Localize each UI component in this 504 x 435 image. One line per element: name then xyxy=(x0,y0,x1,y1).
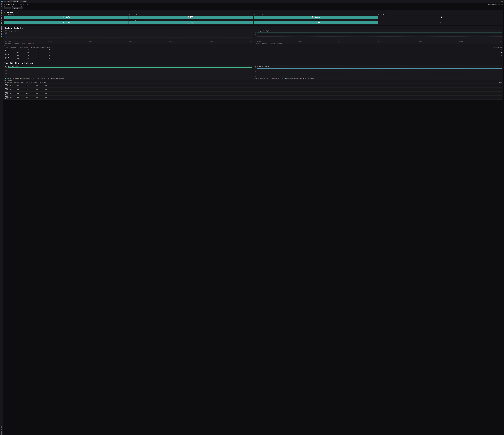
legend-item[interactable]: NTNX-14SM36130027-C-CVM xyxy=(254,78,268,79)
col-header[interactable]: Memory Usage %↕ ▾ xyxy=(28,82,39,83)
filter-cluster-select[interactable]: BizDev11 xyxy=(4,8,11,9)
cell: 23% xyxy=(19,57,29,60)
filter-cvm-label: Controller_Virtual_Machine xyxy=(12,6,23,7)
table-row[interactable]: NTNX-14SM36130027-D-CVMTrue18%60%0.000 xyxy=(4,83,502,87)
stat-value: 31.78% xyxy=(4,21,128,24)
hosts-cpu-chart[interactable]: CPU Usage by Host - (Top 10)35%30%25%20%… xyxy=(4,30,253,44)
stat-cluster-cpu-utilization[interactable]: Cluster CPU Utilization14.84% xyxy=(4,14,128,19)
col-header[interactable]: Available Storage↕ ▾ xyxy=(50,46,502,48)
chart-area[interactable]: 30%25%20%15%10%5%0% xyxy=(8,67,252,76)
table-row[interactable]: NTNX-14SM36130027-B-CVMTrue29%66%0.000 xyxy=(4,92,502,96)
stat-hosts[interactable]: Hosts4 xyxy=(378,19,503,24)
stat-cluster-iops[interactable]: Cluster IOPS230.00 xyxy=(254,19,378,24)
sidebar-item-3[interactable] xyxy=(0,15,2,16)
cell: 3 TB xyxy=(50,51,502,54)
stat-cluster-storage-free[interactable]: Cluster Storage Free4.97TB xyxy=(129,14,253,19)
chart-legend: NTNX-14SM36130027-B-CVMNTNX-14SM36130027… xyxy=(5,77,252,79)
cell: 13% xyxy=(10,54,19,57)
table-row[interactable]: BizDev11-B31%42%00 µs2 TB xyxy=(4,48,502,51)
table-title: Virtual Machines xyxy=(4,80,502,81)
sidebar-item-4[interactable] xyxy=(0,17,2,19)
table-row[interactable]: NTNX-14SM36130027-A-CVMTrue21%59%0.000 xyxy=(4,96,502,100)
col-header[interactable]: GPU Usage %↕ ▾ xyxy=(39,82,47,83)
col-header[interactable]: Hypervisor Latency↕ ▾ xyxy=(39,46,50,48)
stat-virtual-machines[interactable]: Virtual Machines43 xyxy=(378,14,503,19)
chart-area[interactable]: 40%30%20%10%0% xyxy=(257,32,502,41)
legend-item[interactable]: NTNX-14SM36130027-A-CVM xyxy=(20,78,34,79)
stat-value: 2.87s xyxy=(129,21,253,24)
upload-button[interactable]: ⭱Upload xyxy=(20,0,27,2)
cell: BizDev11-B xyxy=(4,48,10,51)
legend-item[interactable]: NTNX-14SM36130027-B-CVM xyxy=(5,78,19,79)
legend-item[interactable]: NTNX-14SM36130027-D-CVM xyxy=(285,78,298,79)
chart-area[interactable]: 35%30%25%20%15%10%5%0% xyxy=(8,32,252,41)
legend-item[interactable]: BizDev11-C xyxy=(28,43,34,44)
table-row[interactable]: BizDev11-D14%29%00 µs3 TB xyxy=(4,51,502,54)
cell: 21% xyxy=(19,96,28,100)
table-row[interactable]: BizDev11-C13%23%00 µs3 TB xyxy=(4,57,502,60)
cell: 0 µs xyxy=(39,57,50,60)
sidebar-item-9[interactable] xyxy=(0,31,2,32)
sidebar-item-6[interactable] xyxy=(0,22,2,24)
refresh-button[interactable]: ↻ xyxy=(498,4,500,5)
vms-mem-chart[interactable]: Memory Usage by VM - (Top 10)70%60%50%40… xyxy=(254,65,502,79)
hosts-title: Hosts on BizDev11 xyxy=(4,27,502,30)
add-dashboard-button[interactable]: ＋Dashboard xyxy=(10,0,19,2)
legend-item[interactable]: NTNX-14SM36130027-D-CVM xyxy=(51,78,64,79)
legend-item[interactable]: NTNX-14SM36130027-C-CVM xyxy=(36,78,49,79)
apps-icon[interactable] xyxy=(0,6,2,8)
cell: 0 xyxy=(29,51,39,54)
sidebar-item-2[interactable] xyxy=(0,12,2,14)
stat-cluster-memory-utilization[interactable]: Cluster Memory Utilization31.78% xyxy=(4,19,128,24)
stat-cluster-average-io-latency[interactable]: Cluster Average IO Latency2.87s xyxy=(129,19,253,24)
col-header[interactable]: IOPS↕ ▾ xyxy=(48,82,502,83)
sidebar-item-11[interactable] xyxy=(0,36,2,37)
sidebar-item-5[interactable] xyxy=(0,19,2,21)
legend-item[interactable]: BizDev11-B xyxy=(5,43,11,44)
sidebar-item-7[interactable] xyxy=(0,26,2,28)
filter-cvm-select[interactable]: 1 selected xyxy=(12,8,23,9)
legend-item[interactable]: BizDev11-D xyxy=(270,43,276,44)
sidebar-item-10[interactable] xyxy=(0,33,2,35)
data-table: Virtual Machine↕ ▾Is CVM↕ ▾CPU Usage %↕ … xyxy=(4,82,502,100)
hosts-mem-chart[interactable]: Memory Usage by Host - (Top 10)40%30%20%… xyxy=(254,30,502,44)
col-header[interactable]: Hypervisor IOPS↕ ▾ xyxy=(29,46,39,48)
topbar: Dashboards ＋Dashboard ⭱Upload xyxy=(0,0,504,3)
cell: BizDev11-A xyxy=(4,54,10,57)
vms-cpu-chart[interactable]: CPU Usage by VM - (Top 10)30%25%20%15%10… xyxy=(4,65,253,79)
search-icon[interactable] xyxy=(0,3,2,5)
legend-item[interactable]: BizDev11-B xyxy=(254,43,260,44)
col-header[interactable]: Is CVM↕ ▾ xyxy=(14,82,19,83)
legend-item[interactable]: NTNX-14SM36130027-B-CVM xyxy=(270,78,283,79)
col-header[interactable]: Virtual Machine↕ ▾ xyxy=(4,82,14,83)
copy-icon[interactable] xyxy=(20,4,22,5)
menu-button[interactable]: ▾ xyxy=(501,4,503,5)
sidebar-item-8[interactable] xyxy=(0,28,2,30)
dashboard-title: Nutanix Overview - Gen3 xyxy=(6,4,18,5)
stat-value: 2.48MB/s xyxy=(254,16,378,19)
col-header[interactable]: CPU Usage %↕ ▾ xyxy=(10,46,19,48)
chart-area[interactable]: 70%60%50%40%30%20%10%0% xyxy=(257,67,502,76)
legend-item[interactable]: BizDev11-D xyxy=(13,43,19,44)
filters: Cluster BizDev11 Controller_Virtual_Mach… xyxy=(3,6,504,10)
legend-item[interactable]: BizDev11-C xyxy=(277,43,283,44)
col-header[interactable]: Memory Usage %↕ ▾ xyxy=(19,46,29,48)
overview-panel: Overview Cluster CPU Utilization14.84%Cl… xyxy=(3,10,504,26)
cell: 18% xyxy=(19,83,28,87)
breadcrumb-dashboards[interactable]: Dashboards xyxy=(4,1,9,2)
table-row[interactable]: NTNX-14SM36130027-C-CVMTrue20%69%0.000 xyxy=(4,87,502,92)
legend-item[interactable]: BizDev11-A xyxy=(21,43,27,44)
cell: 0.00 xyxy=(39,83,47,87)
logo-icon[interactable] xyxy=(1,0,3,2)
time-range-picker[interactable]: Last 30 minutes ▾ xyxy=(487,4,497,5)
table-row[interactable]: BizDev11-A13%33%00 µs2 TB xyxy=(4,54,502,57)
col-header[interactable]: CPU Usage %↕ ▾ xyxy=(19,82,28,83)
stat-cluster-io-bandwidth[interactable]: Cluster IO Bandwidth2.48MB/s xyxy=(254,14,378,19)
col-header[interactable]: Host↕ ▾ xyxy=(4,46,10,48)
sidebar-item-1[interactable] xyxy=(0,10,2,11)
legend-item[interactable]: NTNX-14SM36130027-A-CVM xyxy=(300,78,314,79)
user-avatar-icon[interactable] xyxy=(501,0,503,2)
legend-item[interactable]: BizDev11-A xyxy=(262,43,268,44)
tab-icon[interactable] xyxy=(4,4,5,5)
cell: 29% xyxy=(19,92,28,96)
